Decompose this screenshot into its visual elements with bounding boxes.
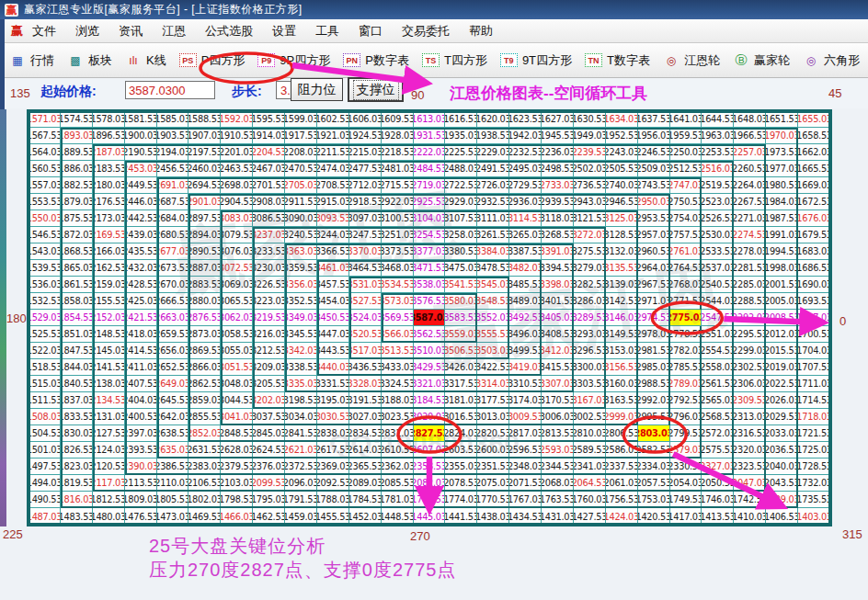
grid-cell[interactable]: 1749.53: [670, 492, 702, 508]
grid-cell[interactable]: 2659.53: [157, 326, 189, 343]
grid-cell[interactable]: 2085.53: [382, 475, 414, 492]
grid-cell[interactable]: 2852.03: [188, 425, 221, 442]
grid-cell[interactable]: 2309.53: [734, 392, 766, 409]
grid-cell[interactable]: 2967.53: [638, 277, 670, 293]
grid-cell[interactable]: 3132.03: [606, 243, 638, 260]
grid-cell[interactable]: 2687.53: [157, 194, 189, 210]
grid-cell[interactable]: 2064.53: [574, 475, 606, 492]
grid-cell[interactable]: 2817.03: [509, 425, 542, 442]
grid-cell[interactable]: 2190.53: [125, 144, 157, 161]
grid-cell[interactable]: 2925.53: [414, 194, 446, 210]
toolbar-item-kline[interactable]: ılıK线: [125, 52, 166, 69]
grid-cell[interactable]: 2722.53: [445, 177, 477, 194]
grid-cell[interactable]: 2848.53: [221, 425, 253, 442]
grid-cell[interactable]: 2589.53: [574, 442, 606, 458]
grid-cell[interactable]: 3013.03: [477, 409, 509, 425]
grid-cell[interactable]: 3002.53: [574, 409, 606, 425]
grid-cell[interactable]: 2799.53: [670, 425, 702, 442]
grid-cell[interactable]: 3464.53: [349, 260, 382, 277]
toolbar-item-9p-square[interactable]: P99P四方形: [257, 52, 330, 69]
grid-cell[interactable]: 2141.53: [93, 359, 125, 376]
grid-cell[interactable]: 2782.03: [670, 343, 702, 359]
grid-cell[interactable]: 3524.03: [349, 310, 382, 326]
grid-cell[interactable]: 2901.03: [188, 194, 221, 210]
grid-cell[interactable]: 2320.03: [734, 442, 766, 458]
grid-cell[interactable]: 2582.53: [638, 442, 670, 458]
grid-cell[interactable]: 2736.53: [574, 177, 606, 194]
grid-cell[interactable]: 2530.03: [702, 227, 734, 243]
grid-cell[interactable]: 1406.53: [766, 508, 798, 525]
grid-cell[interactable]: 3531.03: [349, 277, 382, 293]
grid-cell[interactable]: 3548.53: [477, 293, 509, 310]
grid-cell[interactable]: 2152.03: [93, 310, 125, 326]
grid-cell[interactable]: 1788.03: [317, 492, 349, 508]
grid-cell[interactable]: 1900.03: [125, 128, 157, 144]
grid-cell[interactable]: 3268.53: [542, 227, 574, 243]
grid-cell[interactable]: 2148.53: [93, 326, 125, 343]
grid-cell[interactable]: 1546.53: [29, 227, 61, 243]
grid-cell[interactable]: 3307.03: [542, 376, 574, 392]
grid-cell[interactable]: 1665.53: [798, 161, 830, 177]
grid-cell[interactable]: 3188.03: [382, 392, 414, 409]
grid-cell[interactable]: 1620.03: [477, 111, 509, 128]
grid-cell[interactable]: 1567.53: [29, 128, 61, 144]
grid-cell[interactable]: 1613.03: [414, 111, 446, 128]
grid-cell[interactable]: 2680.53: [157, 227, 189, 243]
grid-cell[interactable]: 3202.03: [253, 392, 285, 409]
grid-cell[interactable]: 1949.03: [574, 128, 606, 144]
grid-cell[interactable]: 2372.53: [285, 458, 317, 475]
grid-cell[interactable]: 1928.03: [382, 128, 414, 144]
grid-cell[interactable]: 2463.53: [221, 161, 253, 177]
grid-cell[interactable]: 2936.03: [509, 194, 542, 210]
grid-cell[interactable]: 3279.03: [574, 260, 606, 277]
grid-cell[interactable]: 3559.03: [445, 326, 477, 343]
grid-cell[interactable]: 2092.53: [317, 475, 349, 492]
grid-cell[interactable]: 2236.03: [542, 144, 574, 161]
grid-cell[interactable]: 2988.53: [638, 376, 670, 392]
grid-cell[interactable]: 1459.03: [285, 508, 317, 525]
grid-cell[interactable]: 3244.03: [317, 227, 349, 243]
grid-cell[interactable]: 2824.03: [445, 425, 477, 442]
grid-cell[interactable]: 2908.03: [253, 194, 285, 210]
grid-cell[interactable]: 2603.53: [445, 442, 477, 458]
grid-cell[interactable]: 1487.03: [29, 508, 61, 525]
grid-cell[interactable]: 1473.03: [157, 508, 189, 525]
grid-cell[interactable]: 1445.03: [414, 508, 446, 525]
grid-cell[interactable]: 2551.03: [702, 326, 734, 343]
grid-cell[interactable]: 2607.03: [414, 442, 446, 458]
grid-cell[interactable]: 2019.03: [766, 359, 798, 376]
grid-cell[interactable]: 2096.03: [285, 475, 317, 492]
grid-highlight-cell[interactable]: 2803.03: [638, 425, 670, 442]
grid-cell[interactable]: 3121.53: [574, 210, 606, 227]
grid-cell[interactable]: 1781.03: [382, 492, 414, 508]
grid-cell[interactable]: 1854.53: [61, 310, 93, 326]
grid-cell[interactable]: 2922.03: [382, 194, 414, 210]
grid-cell[interactable]: 2586.03: [606, 442, 638, 458]
grid-cell[interactable]: 3149.53: [606, 326, 638, 343]
grid-cell[interactable]: 3286.03: [574, 293, 606, 310]
grid-highlight-cell[interactable]: 2827.53: [414, 425, 446, 442]
grid-cell[interactable]: 2138.03: [93, 376, 125, 392]
grid-cell[interactable]: 1910.53: [221, 128, 253, 144]
grid-cell[interactable]: 1704.03: [798, 343, 830, 359]
grid-cell[interactable]: 3275.53: [574, 243, 606, 260]
grid-cell[interactable]: 2631.53: [188, 442, 221, 458]
grid-cell[interactable]: 2876.53: [188, 310, 221, 326]
grid-cell[interactable]: 1511.53: [29, 392, 61, 409]
grid-cell[interactable]: 2992.03: [638, 392, 670, 409]
grid-cell[interactable]: 2558.03: [702, 359, 734, 376]
grid-cell[interactable]: 2845.03: [253, 425, 285, 442]
grid-cell[interactable]: 2939.53: [542, 194, 574, 210]
grid-cell[interactable]: 3387.53: [509, 243, 542, 260]
grid-cell[interactable]: 3356.03: [285, 277, 317, 293]
grid-cell[interactable]: 2719.03: [414, 177, 446, 194]
grid-cell[interactable]: 3076.03: [221, 243, 253, 260]
grid-cell[interactable]: 1718.03: [798, 409, 830, 425]
grid-cell[interactable]: 3321.03: [414, 376, 446, 392]
grid-cell[interactable]: 3314.03: [477, 376, 509, 392]
grid-cell[interactable]: 2946.53: [606, 194, 638, 210]
grid-cell[interactable]: 1686.53: [798, 260, 830, 277]
grid-cell[interactable]: 1735.53: [798, 492, 830, 508]
grid-cell[interactable]: 3345.53: [285, 326, 317, 343]
grid-cell[interactable]: 2978.03: [638, 326, 670, 343]
